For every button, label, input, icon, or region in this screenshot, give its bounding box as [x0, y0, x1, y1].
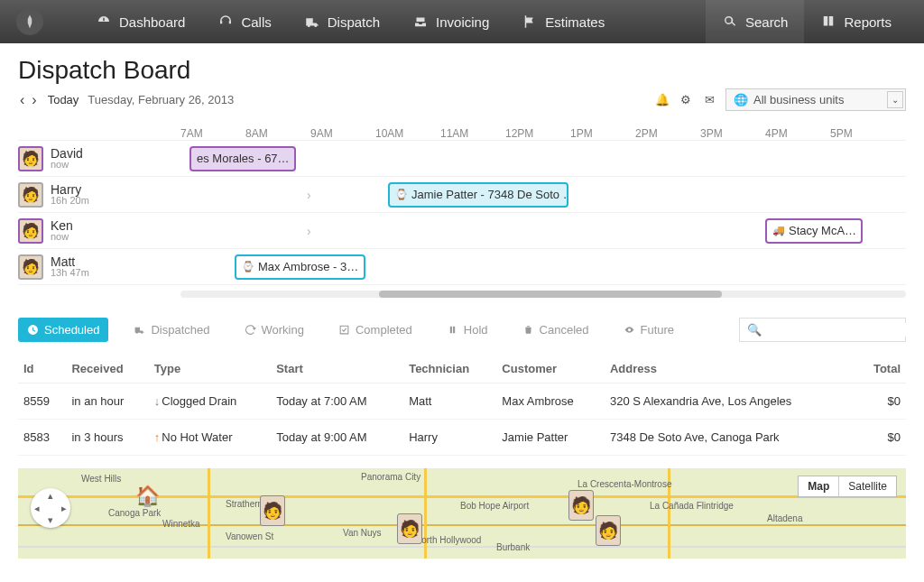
- expand-row-button[interactable]: ›: [307, 188, 311, 202]
- job-block[interactable]: ⌚ Jamie Patter - 7348 De Soto …: [388, 182, 568, 208]
- job-block[interactable]: ⌚ Max Ambrose - 3…: [235, 254, 365, 280]
- globe-icon: 🌐: [734, 93, 748, 106]
- col-customer[interactable]: Customer: [496, 355, 605, 383]
- nav-label: Search: [745, 14, 789, 30]
- tech-marker[interactable]: 🧑: [568, 490, 594, 521]
- filter-label: Hold: [464, 323, 488, 337]
- table-row[interactable]: 8559 in an hour ↓Clogged Drain Today at …: [18, 383, 906, 420]
- priority-up-icon: ↑: [154, 430, 161, 444]
- cell-received: in an hour: [66, 383, 148, 420]
- tray-icon: [412, 14, 429, 30]
- col-address[interactable]: Address: [605, 355, 856, 383]
- cell-total: $0: [856, 420, 906, 456]
- flag-icon: [522, 14, 538, 30]
- top-nav: Dashboard Calls Dispatch Invoicing Estim…: [0, 0, 924, 43]
- search-icon: 🔍: [747, 323, 762, 337]
- map-pan-control[interactable]: ▴ ▾ ◂ ▸: [31, 488, 70, 528]
- current-date: Tuesday, February 26, 2013: [88, 93, 234, 106]
- pan-right-icon: ▸: [61, 503, 67, 514]
- col-total[interactable]: Total: [856, 355, 906, 383]
- nav-estimates[interactable]: Estimates: [505, 0, 621, 43]
- cell-start: Today at 7:00 AM: [271, 383, 403, 420]
- nav-invoicing[interactable]: Invoicing: [396, 0, 505, 43]
- col-type[interactable]: Type: [149, 355, 271, 383]
- app-logo[interactable]: [16, 8, 43, 35]
- filter-label: Scheduled: [44, 323, 99, 337]
- tech-marker[interactable]: 🧑: [596, 515, 621, 546]
- job-block[interactable]: es Morales - 67…: [189, 146, 296, 171]
- tech-status: 16h 20m: [51, 196, 89, 206]
- satellite-mode-button[interactable]: Satellite: [838, 476, 896, 496]
- gear-icon[interactable]: ⚙: [679, 93, 693, 107]
- tech-row-david: 🧑 David now es Morales - 67…: [18, 141, 906, 177]
- tech-name: David: [51, 147, 83, 160]
- timeline-scrollbar[interactable]: [180, 291, 906, 298]
- book-icon: [820, 14, 836, 30]
- cell-total: $0: [856, 383, 906, 420]
- filter-label: Future: [641, 323, 675, 337]
- col-received[interactable]: Received: [66, 355, 148, 383]
- business-unit-select[interactable]: 🌐 All business units ⌄: [725, 88, 906, 111]
- job-block[interactable]: 🚚 Stacy McA…: [765, 218, 863, 244]
- bell-icon[interactable]: 🔔: [655, 93, 670, 107]
- filter-label: Working: [262, 323, 304, 337]
- tech-marker[interactable]: 🧑: [260, 495, 285, 526]
- filter-dispatched[interactable]: Dispatched: [125, 318, 218, 342]
- date-bar: ‹ › Today Tuesday, February 26, 2013 🔔 ⚙…: [18, 88, 906, 111]
- hour-label: 7AM: [180, 127, 245, 140]
- filter-future[interactable]: Future: [614, 318, 684, 342]
- mail-icon[interactable]: ✉: [702, 93, 716, 107]
- nav-reports[interactable]: Reports: [804, 0, 908, 43]
- filter-working[interactable]: Working: [236, 318, 313, 342]
- tech-name: Harry: [51, 183, 89, 196]
- avatar[interactable]: 🧑: [18, 146, 43, 171]
- map-label: Panorama City: [361, 472, 420, 482]
- tech-status: 13h 47m: [51, 268, 89, 278]
- tech-status: now: [51, 160, 83, 170]
- today-button[interactable]: Today: [48, 93, 79, 106]
- pan-up-icon: ▴: [48, 490, 53, 502]
- cell-address: 320 S Alexandria Ave, Los Angeles: [605, 383, 856, 420]
- search-input[interactable]: [767, 323, 919, 337]
- tech-status: now: [51, 232, 73, 242]
- filter-label: Dispatched: [151, 323, 209, 337]
- avatar[interactable]: 🧑: [18, 254, 43, 280]
- map-mode-button[interactable]: Map: [799, 476, 838, 496]
- job-label: Stacy McA…: [789, 224, 856, 237]
- filter-scheduled[interactable]: Scheduled: [18, 318, 108, 342]
- map-label: Burbank: [496, 542, 530, 552]
- col-technician[interactable]: Technician: [403, 355, 496, 383]
- nav-dashboard[interactable]: Dashboard: [79, 0, 201, 43]
- nav-calls[interactable]: Calls: [201, 0, 287, 43]
- filter-hold[interactable]: Hold: [438, 318, 497, 342]
- avatar[interactable]: 🧑: [18, 182, 43, 208]
- col-id[interactable]: Id: [18, 355, 66, 383]
- cell-customer: Max Ambrose: [496, 383, 605, 420]
- map-label: Winnetka: [162, 519, 200, 529]
- home-marker-icon[interactable]: 🏠: [135, 485, 160, 508]
- col-start[interactable]: Start: [271, 355, 403, 383]
- tech-marker[interactable]: 🧑: [397, 513, 422, 544]
- prev-day-button[interactable]: ‹: [18, 90, 26, 110]
- hour-label: 3PM: [700, 127, 765, 140]
- search-icon: [722, 14, 738, 30]
- nav-dispatch[interactable]: Dispatch: [288, 0, 396, 43]
- page-title: Dispatch Board: [18, 56, 906, 85]
- filter-label: Canceled: [540, 323, 589, 337]
- hour-label: 8AM: [245, 127, 310, 140]
- cell-id: 8583: [18, 420, 66, 456]
- table-row[interactable]: 8583 in 3 hours ↑No Hot Water Today at 9…: [18, 420, 906, 456]
- cell-technician: Harry: [403, 420, 496, 456]
- map[interactable]: West Hills Canoga Park Winnetka Panorama…: [18, 468, 906, 559]
- expand-row-button[interactable]: ›: [307, 224, 311, 238]
- filter-canceled[interactable]: Canceled: [513, 318, 598, 342]
- nav-search[interactable]: Search: [706, 0, 805, 43]
- job-search[interactable]: 🔍: [739, 318, 906, 342]
- next-day-button[interactable]: ›: [30, 90, 38, 110]
- priority-down-icon: ↓: [154, 394, 161, 408]
- filter-completed[interactable]: Completed: [329, 318, 421, 342]
- nav-label: Dispatch: [328, 14, 380, 30]
- filter-label: Completed: [356, 323, 412, 337]
- avatar[interactable]: 🧑: [18, 218, 43, 244]
- clock-icon: ⌚: [395, 189, 408, 200]
